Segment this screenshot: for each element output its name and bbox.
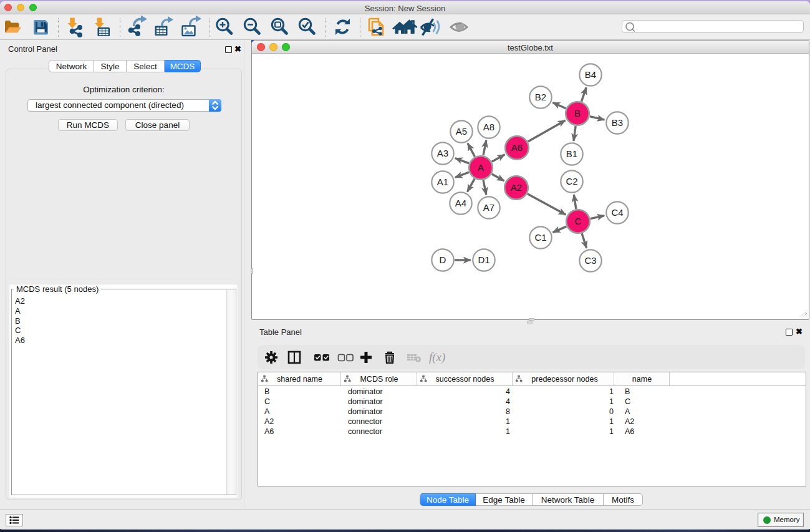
svg-text:C1: C1: [534, 232, 546, 243]
svg-text:A6: A6: [511, 142, 523, 153]
svg-text:C2: C2: [566, 176, 577, 186]
svg-text:D1: D1: [478, 254, 489, 265]
svg-text:A8: A8: [483, 122, 494, 132]
svg-text:A3: A3: [437, 148, 448, 158]
svg-text:B4: B4: [585, 69, 596, 80]
svg-text:A5: A5: [456, 126, 467, 137]
svg-text:B2: B2: [535, 92, 546, 102]
svg-text:A1: A1: [437, 177, 448, 187]
svg-text:A: A: [478, 162, 484, 173]
svg-text:f(x): f(x): [429, 351, 445, 364]
svg-text:C3: C3: [584, 255, 596, 266]
svg-text:D: D: [440, 254, 446, 265]
svg-text:C4: C4: [611, 207, 623, 218]
svg-text:A2: A2: [511, 182, 522, 193]
svg-text:A7: A7: [483, 202, 494, 213]
svg-text:B1: B1: [566, 148, 577, 159]
svg-text:B: B: [574, 108, 581, 118]
svg-text:A4: A4: [455, 198, 466, 208]
svg-text:C: C: [575, 216, 582, 226]
svg-text:B3: B3: [612, 117, 623, 128]
